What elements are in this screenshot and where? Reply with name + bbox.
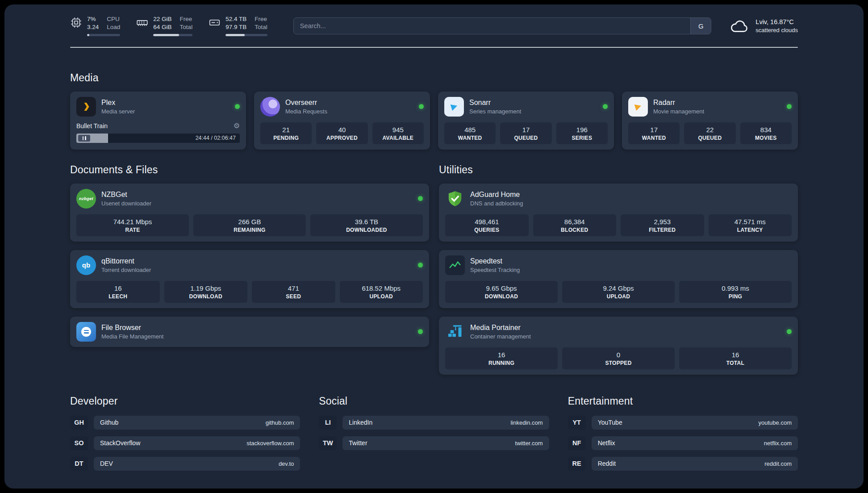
- playback-progress-bar[interactable]: 24:44 / 02:06:47: [76, 134, 240, 143]
- bookmark-abbr: TW: [319, 436, 337, 450]
- app-card-nzbget[interactable]: nzbget NZBGet Usenet downloader 744.21 M…: [70, 184, 429, 242]
- stat-label: SEED: [255, 293, 333, 300]
- stat-tile: 16 TOTAL: [679, 347, 792, 369]
- status-dot: [418, 263, 423, 267]
- weather-location: Lviv, 16.87°C: [755, 17, 798, 26]
- bookmark-abbr: NF: [568, 436, 586, 450]
- stat-tile: 9.24 Gbps UPLOAD: [562, 281, 675, 303]
- bookmark-row: YT YouTube youtube.com: [568, 416, 798, 430]
- stat-value: 21: [263, 126, 309, 134]
- bookmark-url: linkedin.com: [510, 419, 542, 426]
- app-subtitle: Torrent downloader: [101, 267, 151, 273]
- stat-value: 266 GB: [196, 218, 303, 226]
- stat-tile: 2,953 FILTERED: [621, 214, 704, 236]
- section-title-developer: Developer: [70, 395, 300, 407]
- bookmark-url: reddit.com: [764, 460, 792, 467]
- ram-progress-bar: [153, 34, 192, 36]
- bookmark-name: StackOverflow: [100, 439, 140, 447]
- bookmark-abbr: DT: [70, 457, 88, 471]
- stat-tile: 86,384 BLOCKED: [533, 214, 617, 236]
- stat-value: 744.21 Mbps: [79, 218, 186, 226]
- stat-value: 9.65 Gbps: [448, 284, 555, 292]
- stat-tile: 498,461 QUERIES: [445, 214, 529, 236]
- overseerr-icon: [260, 97, 280, 117]
- search-bar: G: [293, 17, 712, 34]
- app-card-radarr[interactable]: Radarr Movie management 17 WANTED 22 QUE…: [622, 92, 798, 150]
- app-card-sonarr[interactable]: Sonarr Series management 485 WANTED 17 Q…: [438, 92, 614, 150]
- stat-label: STOPPED: [565, 360, 672, 366]
- bookmark-url: dev.to: [279, 460, 294, 467]
- nzbget-icon-text: nzbget: [79, 196, 93, 201]
- disk-label-2: Total: [255, 24, 267, 31]
- disk-icon: [209, 17, 221, 29]
- stat-value: 17: [631, 126, 677, 134]
- bookmark-abbr: SO: [70, 436, 88, 450]
- cpu-percent: 7%: [87, 16, 99, 23]
- weather-widget: Lviv, 16.87°C scattered clouds: [729, 17, 798, 34]
- bookmark-link-reddit[interactable]: Reddit reddit.com: [592, 457, 798, 471]
- stat-value: 1.19 Gbps: [167, 284, 245, 292]
- app-card-speedtest[interactable]: Speedtest Speedtest Tracking 9.65 Gbps D…: [439, 250, 798, 308]
- stat-label: FILTERED: [623, 227, 701, 233]
- bookmark-url: twitter.com: [515, 440, 543, 447]
- disk-free-value: 52.4 TB: [225, 16, 246, 23]
- bookmark-abbr: RE: [568, 457, 586, 471]
- stat-label: UPLOAD: [342, 293, 421, 300]
- bookmark-link-twitter[interactable]: Twitter twitter.com: [342, 436, 549, 450]
- app-card-adguard[interactable]: AdGuard Home DNS and adblocking 498,461 …: [439, 184, 798, 242]
- bookmark-link-stackoverflow[interactable]: StackOverflow stackoverflow.com: [94, 436, 300, 450]
- status-dot: [603, 104, 608, 109]
- cpu-progress-fill: [87, 34, 89, 36]
- bookmark-name: Netflix: [598, 439, 615, 447]
- ram-label-2: Total: [180, 24, 193, 31]
- bookmark-link-youtube[interactable]: YouTube youtube.com: [592, 416, 798, 430]
- app-subtitle: Speedtest Tracking: [470, 267, 520, 273]
- section-title-social: Social: [319, 395, 549, 407]
- dashboard-frame: 7% 3.24 CPU Load: [4, 4, 864, 489]
- gear-icon[interactable]: ⚙: [234, 122, 240, 130]
- stat-tile: 40 APPROVED: [316, 122, 367, 144]
- disk-label-1: Free: [255, 16, 267, 23]
- stat-tile: 618.52 Mbps UPLOAD: [340, 281, 423, 303]
- stat-tile: 471 SEED: [252, 281, 335, 303]
- playback-time: 24:44 / 02:06:47: [196, 135, 236, 141]
- bookmark-url: netflix.com: [764, 440, 792, 447]
- search-engine-button[interactable]: G: [690, 18, 711, 34]
- stat-label: DOWNLOAD: [448, 293, 555, 300]
- app-card-portainer[interactable]: Media Portainer Container management 16 …: [439, 317, 798, 375]
- bookmark-link-dev[interactable]: DEV dev.to: [94, 457, 300, 471]
- status-dot: [235, 104, 240, 109]
- section-title-documents: Documents & Files: [70, 164, 429, 176]
- weather-condition: scattered clouds: [755, 26, 798, 34]
- ram-progress-fill: [153, 34, 179, 36]
- search-input[interactable]: [294, 18, 691, 34]
- bookmark-link-github[interactable]: Github github.com: [94, 416, 300, 430]
- bookmark-row: TW Twitter twitter.com: [319, 436, 549, 450]
- nzbget-icon: nzbget: [76, 189, 96, 209]
- disk-progress-bar: [225, 34, 267, 36]
- bookmark-name: LinkedIn: [349, 419, 372, 426]
- stat-label: RUNNING: [448, 360, 555, 366]
- app-card-plex[interactable]: Plex Media server Bullet Train ⚙ 24:44 /…: [70, 92, 246, 150]
- section-social: Social LI LinkedIn linkedin.com TW Twitt…: [319, 395, 549, 450]
- bookmark-link-netflix[interactable]: Netflix netflix.com: [592, 436, 798, 450]
- ram-label-1: Free: [180, 16, 193, 23]
- stat-tile: 744.21 Mbps RATE: [76, 214, 189, 236]
- bookmark-row: SO StackOverflow stackoverflow.com: [70, 436, 300, 450]
- status-dot: [419, 104, 424, 109]
- bookmark-link-linkedin[interactable]: LinkedIn linkedin.com: [342, 416, 549, 430]
- stat-value: 47.571 ms: [711, 218, 789, 226]
- app-subtitle: Media server: [101, 108, 135, 115]
- app-card-overseerr[interactable]: Overseerr Media Requests 21 PENDING 40 A…: [254, 92, 430, 150]
- pause-button[interactable]: [78, 135, 90, 142]
- app-card-qbittorrent[interactable]: qb qBittorrent Torrent downloader 16: [70, 250, 429, 308]
- stat-tile: 0 STOPPED: [562, 347, 675, 369]
- stat-label: SERIES: [559, 135, 605, 141]
- section-title-entertainment: Entertainment: [568, 395, 798, 407]
- bookmark-row: RE Reddit reddit.com: [568, 457, 798, 471]
- stat-label: PENDING: [263, 135, 309, 141]
- stat-tile: 39.6 TB DOWNLOADED: [310, 214, 423, 236]
- bookmark-abbr: YT: [568, 416, 586, 430]
- app-card-filebrowser[interactable]: File Browser Media File Management: [70, 317, 429, 347]
- stat-tile: 16 LEECH: [76, 281, 160, 303]
